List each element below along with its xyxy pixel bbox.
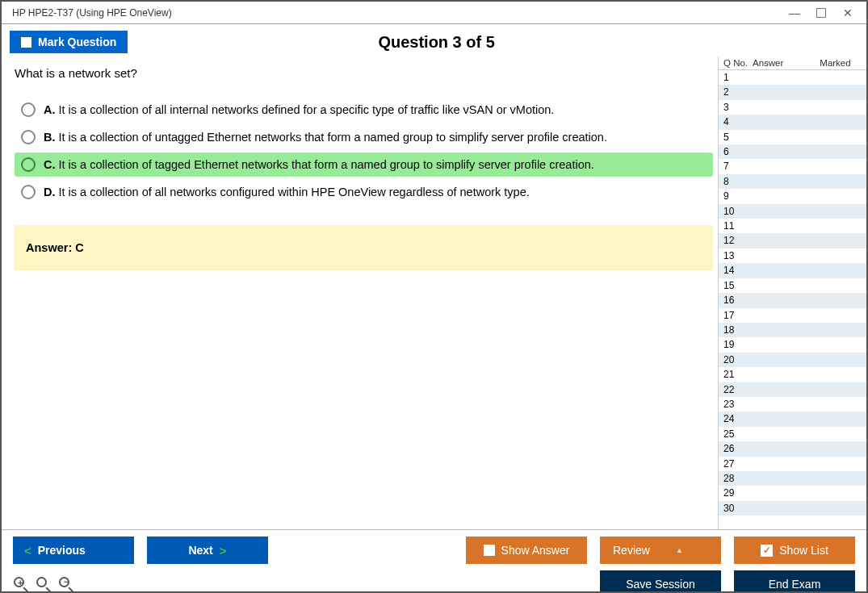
minimize-icon[interactable]: — [787, 6, 802, 20]
window-title: HP HPE2-T37 (Using HPE OneView) [8, 7, 172, 19]
next-label: Next [188, 544, 212, 557]
radio-icon [21, 130, 36, 144]
list-row[interactable]: 15 [719, 278, 866, 293]
end-exam-label: End Exam [769, 578, 821, 591]
close-icon[interactable]: ✕ [841, 6, 855, 20]
list-row[interactable]: 27 [719, 457, 866, 471]
option-b[interactable]: B. It is a collection of untagged Ethern… [15, 125, 713, 149]
question-pane: What is a network set? A. It is a collec… [2, 56, 718, 529]
window-controls: — ✕ [787, 6, 860, 20]
list-row[interactable]: 6 [719, 144, 866, 159]
zoom-reset-icon[interactable] [36, 576, 52, 592]
list-row[interactable]: 8 [719, 174, 866, 189]
list-row[interactable]: 1 [719, 70, 866, 85]
show-answer-label: Show Answer [501, 544, 570, 557]
list-row[interactable]: 10 [719, 204, 866, 219]
option-text: B. It is a collection of untagged Ethern… [44, 131, 607, 144]
list-row[interactable]: 30 [719, 501, 866, 516]
dropdown-arrow-icon: ▲ [676, 546, 683, 554]
list-row[interactable]: 14 [719, 263, 866, 278]
list-row[interactable]: 7 [719, 159, 866, 173]
list-row[interactable]: 5 [719, 130, 866, 144]
list-row[interactable]: 4 [719, 115, 866, 129]
list-row[interactable]: 28 [719, 471, 866, 486]
checkbox-icon [21, 37, 31, 48]
mark-question-button[interactable]: Mark Question [10, 31, 128, 53]
question-list-pane: Q No. Answer Marked 12345678910111213141… [718, 56, 866, 529]
options-list: A. It is a collection of all internal ne… [15, 98, 713, 204]
list-row[interactable]: 13 [719, 248, 866, 263]
maximize-icon[interactable] [816, 8, 826, 18]
list-row[interactable]: 3 [719, 100, 866, 115]
option-text: D. It is a collection of all networks co… [44, 186, 530, 198]
footer: < Previous Next > Show Answer Review ▲ ✓… [2, 529, 866, 593]
content: What is a network set? A. It is a collec… [2, 56, 866, 529]
zoom-out-icon[interactable] [58, 576, 74, 592]
list-row[interactable]: 23 [719, 397, 866, 411]
option-a[interactable]: A. It is a collection of all internal ne… [15, 98, 713, 122]
question-counter: Question 3 of 5 [128, 33, 745, 52]
list-body[interactable]: 1234567891011121314151617181920212223242… [719, 70, 866, 529]
mark-question-label: Mark Question [38, 35, 116, 48]
answer-box: Answer: C [15, 225, 713, 270]
col-answer: Answer [753, 58, 804, 68]
list-row[interactable]: 11 [719, 219, 866, 233]
previous-button[interactable]: < Previous [13, 537, 134, 564]
list-row[interactable]: 19 [719, 337, 866, 352]
header: Mark Question Question 3 of 5 [2, 24, 866, 56]
show-list-label: Show List [779, 544, 828, 557]
next-button[interactable]: Next > [147, 537, 268, 564]
option-d[interactable]: D. It is a collection of all networks co… [15, 180, 713, 204]
list-row[interactable]: 20 [719, 353, 866, 367]
option-text: C. It is a collection of tagged Ethernet… [44, 158, 594, 171]
end-exam-button[interactable]: End Exam [734, 570, 855, 593]
footer-row-primary: < Previous Next > Show Answer Review ▲ ✓… [13, 537, 855, 564]
footer-row-secondary: Save Session End Exam [13, 570, 855, 593]
checkbox-icon [484, 545, 495, 556]
radio-icon [21, 185, 36, 199]
list-row[interactable]: 17 [719, 308, 866, 323]
radio-icon [21, 102, 36, 117]
titlebar: HP HPE2-T37 (Using HPE OneView) — ✕ [2, 2, 866, 24]
list-header: Q No. Answer Marked [719, 56, 866, 70]
show-list-button[interactable]: ✓ Show List [734, 537, 855, 564]
option-c[interactable]: C. It is a collection of tagged Ethernet… [15, 152, 713, 177]
question-text: What is a network set? [15, 66, 713, 80]
radio-icon [21, 157, 36, 172]
zoom-controls [13, 576, 74, 592]
list-row[interactable]: 21 [719, 367, 866, 382]
list-row[interactable]: 12 [719, 233, 866, 248]
list-row[interactable]: 2 [719, 85, 866, 99]
chevron-left-icon: < [24, 544, 31, 558]
review-label: Review [613, 544, 650, 557]
list-row[interactable]: 16 [719, 293, 866, 307]
chevron-right-icon: > [220, 544, 227, 558]
list-row[interactable]: 25 [719, 427, 866, 441]
option-text: A. It is a collection of all internal ne… [44, 103, 554, 116]
review-button[interactable]: Review ▲ [600, 537, 721, 564]
list-row[interactable]: 26 [719, 441, 866, 456]
save-session-label: Save Session [626, 578, 695, 591]
list-row[interactable]: 9 [719, 189, 866, 203]
checked-checkbox-icon: ✓ [761, 545, 773, 557]
zoom-in-icon[interactable] [13, 576, 29, 592]
list-row[interactable]: 24 [719, 411, 866, 426]
list-row[interactable]: 29 [719, 486, 866, 500]
list-row[interactable]: 22 [719, 382, 866, 397]
previous-label: Previous [38, 544, 86, 557]
save-session-button[interactable]: Save Session [600, 570, 721, 593]
col-qno: Q No. [719, 58, 753, 68]
col-marked: Marked [804, 58, 866, 68]
list-row[interactable]: 18 [719, 323, 866, 337]
show-answer-button[interactable]: Show Answer [466, 537, 587, 564]
